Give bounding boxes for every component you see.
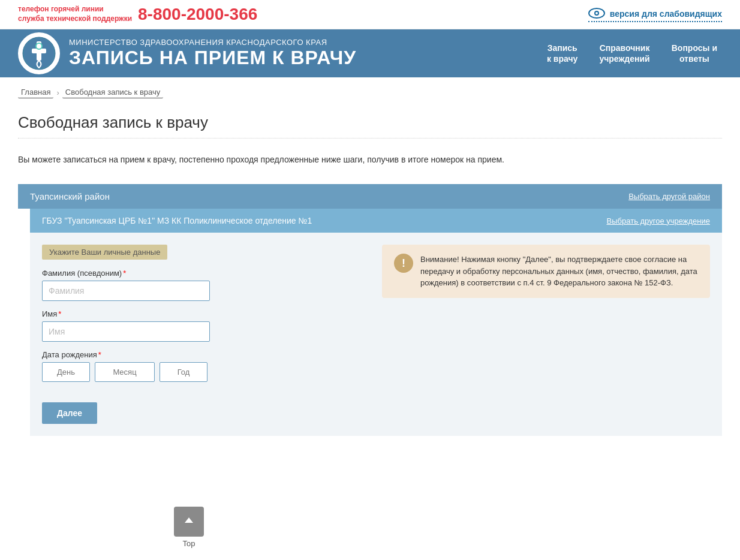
hotline-label-line2: служба технической поддержки: [18, 14, 132, 24]
year-input[interactable]: [160, 362, 207, 382]
header-ministry: МИНИСТЕРСТВО ЗДРАВООХРАНЕНИЯ КРАСНОДАРСК…: [69, 38, 356, 47]
notice-box: ! Внимание! Нажимая кнопку "Далее", вы п…: [382, 245, 710, 298]
day-input[interactable]: [42, 362, 90, 382]
institution-name: ГБУЗ "Туапсинская ЦРБ №1" МЗ КК Поликлин…: [42, 216, 312, 225]
birthdate-group: Дата рождения*: [42, 350, 370, 382]
region-name: Туапсинский район: [30, 191, 110, 201]
hotline-label-line1: телефон горячей линии: [18, 5, 132, 14]
header-nav: Записьк врачу Справочникучреждений Вопро…: [542, 40, 722, 67]
hotline-number: 8-800-2000-366: [138, 5, 257, 24]
header-title: ЗАПИСЬ НА ПРИЕМ К ВРАЧУ: [69, 47, 356, 69]
next-button[interactable]: Далее: [42, 402, 97, 424]
main-header: МИНИСТЕРСТВО ЗДРАВООХРАНЕНИЯ КРАСНОДАРСК…: [0, 29, 740, 77]
page-title: Свободная запись к врачу: [18, 113, 722, 139]
firstname-group: Имя*: [42, 309, 370, 342]
change-institution-link[interactable]: Выбрать другое учреждение: [607, 216, 710, 225]
breadcrumb: Главная › Свободная запись к врачу: [0, 77, 740, 107]
form-left: Укажите Ваши личные данные Фамилия (псев…: [42, 245, 370, 390]
change-region-link[interactable]: Выбрать другой район: [628, 192, 710, 201]
month-input[interactable]: [95, 362, 155, 382]
firstname-required: *: [58, 309, 61, 318]
lastname-group: Фамилия (псевдоним)*: [42, 269, 370, 301]
nav-institutions[interactable]: Справочникучреждений: [594, 40, 654, 67]
notice-text: Внимание! Нажимая кнопку "Далее", вы под…: [420, 254, 701, 289]
institution-bar: ГБУЗ "Туапсинская ЦРБ №1" МЗ КК Поликлин…: [30, 209, 722, 233]
region-bar: Туапсинский район Выбрать другой район: [18, 184, 722, 209]
lastname-label: Фамилия (псевдоним)*: [42, 269, 370, 278]
nav-appointments[interactable]: Записьк врачу: [542, 40, 582, 67]
form-right: ! Внимание! Нажимая кнопку "Далее", вы п…: [382, 245, 710, 390]
top-bar: телефон горячей линии служба технической…: [0, 0, 740, 29]
form-section-title: Укажите Ваши личные данные: [42, 245, 167, 260]
lastname-input[interactable]: [42, 281, 210, 301]
nav-faq[interactable]: Вопросы иответы: [667, 40, 722, 67]
page-description: Вы можете записаться на прием к врачу, п…: [18, 153, 722, 166]
date-inputs: [42, 362, 370, 382]
svg-point-2: [595, 12, 598, 14]
birthdate-label: Дата рождения*: [42, 350, 370, 359]
form-footer: Далее: [30, 402, 722, 436]
header-left: МИНИСТЕРСТВО ЗДРАВООХРАНЕНИЯ КРАСНОДАРСК…: [18, 32, 356, 74]
header-text: МИНИСТЕРСТВО ЗДРАВООХРАНЕНИЯ КРАСНОДАРСК…: [69, 38, 356, 69]
vision-link[interactable]: версия для слабовидящих: [588, 7, 722, 22]
hotline-labels: телефон горячей линии служба технической…: [18, 5, 132, 23]
breadcrumb-separator: ›: [56, 88, 59, 97]
lastname-required: *: [123, 269, 126, 278]
firstname-input[interactable]: [42, 321, 210, 342]
logo: [18, 32, 60, 74]
vision-label: версия для слабовидящих: [610, 9, 722, 19]
hotline-block: телефон горячей линии служба технической…: [18, 5, 257, 24]
birthdate-required: *: [98, 350, 101, 359]
firstname-label: Имя*: [42, 309, 370, 318]
eye-icon: [588, 7, 605, 21]
breadcrumb-current[interactable]: Свободная запись к врачу: [62, 86, 163, 98]
form-section: Укажите Ваши личные данные Фамилия (псев…: [30, 233, 722, 402]
breadcrumb-home[interactable]: Главная: [18, 86, 53, 98]
content: Свободная запись к врачу Вы можете запис…: [0, 107, 740, 454]
notice-icon: !: [394, 254, 413, 273]
